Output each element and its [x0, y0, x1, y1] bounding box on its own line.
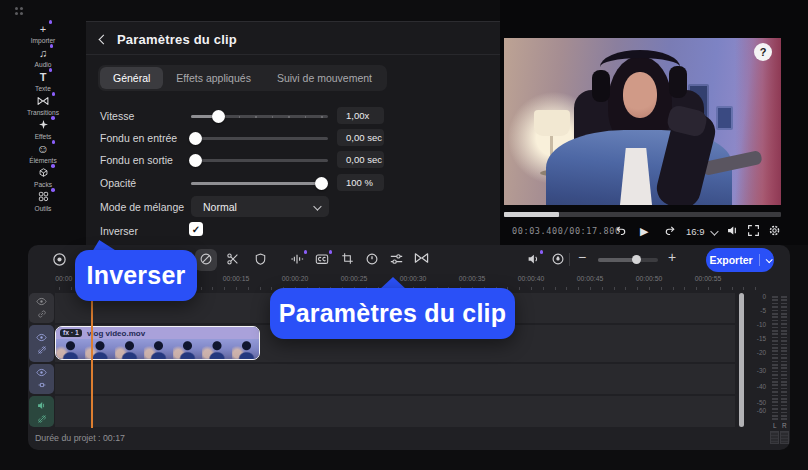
sidebar-item-packs[interactable]: Packs: [8, 166, 78, 190]
track-video2[interactable]: [55, 364, 735, 394]
gear-icon[interactable]: [768, 223, 781, 241]
aspect-ratio-select[interactable]: 16:9: [686, 226, 716, 237]
unlink-icon[interactable]: [37, 414, 47, 424]
fade-in-value[interactable]: 0,00 sec: [337, 129, 384, 146]
audio-note-icon: ♫: [39, 46, 47, 59]
meter-ticks-left: [772, 296, 778, 420]
sidebar-item-transitions[interactable]: Transitions: [8, 94, 78, 118]
opacity-value[interactable]: 100 %: [337, 174, 384, 191]
sidebar-item-importer[interactable]: + Importer: [8, 22, 78, 46]
tab-general[interactable]: Général: [100, 67, 163, 89]
slider-thumb[interactable]: [315, 177, 328, 190]
opacity-slider[interactable]: [191, 173, 328, 193]
slider-track[interactable]: [191, 159, 328, 162]
slider-track[interactable]: [191, 137, 328, 140]
clip-thumbnails: [56, 339, 259, 360]
clip-volume-icon[interactable]: [526, 252, 540, 266]
ruler-label: 00:00:40: [507, 275, 555, 282]
sidebar-item-elements[interactable]: ☺ Éléments: [8, 142, 78, 166]
unlink-icon[interactable]: [37, 345, 47, 355]
ruler-label: 00:00:20: [271, 275, 319, 282]
callout-text: Paramètres du clip: [279, 299, 506, 328]
sidebar-item-texte[interactable]: T Texte: [8, 70, 78, 94]
speed-value[interactable]: 1,00x: [337, 107, 384, 124]
disable-clip-icon[interactable]: [199, 252, 213, 266]
eye-icon[interactable]: [36, 333, 47, 342]
back-chevron-icon[interactable]: [99, 35, 109, 45]
crop-icon[interactable]: [341, 252, 354, 265]
notification-dot: [329, 250, 333, 254]
play-button[interactable]: ▶: [640, 225, 648, 238]
undo-icon[interactable]: [614, 223, 627, 241]
track-header-video[interactable]: [29, 325, 54, 362]
preview-panel: ? 00:03.400/00:17.800 ▶ 16:9: [500, 0, 808, 245]
sidebar-item-audio[interactable]: ♫ Audio: [8, 46, 78, 70]
help-button[interactable]: ?: [754, 43, 772, 61]
timeline-zoom-slider[interactable]: [598, 258, 658, 262]
transition-bowtie-icon[interactable]: [414, 252, 429, 264]
eye-icon[interactable]: [36, 368, 47, 377]
sidebar-item-outils[interactable]: Outils: [8, 190, 78, 214]
subtitles-cc-icon[interactable]: [315, 252, 329, 266]
clip-settings-panel: Paramètres du clip Général Effets appliq…: [86, 21, 500, 245]
row-label: Mode de mélange: [100, 201, 184, 213]
link-icon[interactable]: [37, 380, 47, 390]
track-header-video2[interactable]: [29, 364, 54, 394]
row-label: Inverser: [100, 225, 138, 237]
app-window: + Importer ♫ Audio T Texte Transitions E…: [0, 0, 808, 470]
app-menu-icon[interactable]: [15, 7, 18, 10]
clip-name: vlog video.mov: [87, 329, 145, 338]
track-audio[interactable]: [55, 396, 735, 427]
fullscreen-icon[interactable]: [747, 223, 760, 241]
row-fondu-entree: Fondu en entrée 0,00 sec: [100, 128, 486, 148]
zoom-in-icon[interactable]: +: [668, 249, 676, 265]
fade-out-value[interactable]: 0,00 sec: [337, 151, 384, 168]
reverse-checkbox[interactable]: ✓: [189, 222, 203, 236]
scissors-icon[interactable]: [226, 252, 240, 266]
zoom-fill: [598, 258, 634, 262]
speed-icon[interactable]: [365, 252, 379, 266]
volume-icon[interactable]: [726, 223, 739, 241]
slider-thumb[interactable]: [189, 154, 202, 167]
track-header-overlay[interactable]: [29, 293, 54, 323]
ruler-label: 00:00:15: [212, 275, 260, 282]
fade-in-slider[interactable]: [191, 128, 328, 148]
notification-dot: [540, 250, 544, 254]
eye-icon[interactable]: [36, 297, 47, 306]
color-adjust-icon[interactable]: [551, 252, 565, 266]
notification-dot: [51, 188, 55, 192]
fx-badge: fx · 1: [60, 329, 82, 338]
timeline-clip[interactable]: fx · 1 vlog video.mov: [55, 326, 260, 360]
audio-waveform-icon[interactable]: [290, 252, 304, 266]
speed-slider[interactable]: [191, 106, 328, 126]
sidebar-label: Outils: [35, 205, 52, 212]
zoom-thumb[interactable]: [632, 255, 641, 264]
sidebar-item-effets[interactable]: Effets: [8, 118, 78, 142]
record-target-icon[interactable]: [52, 252, 67, 267]
clip-settings-sliders-icon[interactable]: [389, 252, 404, 266]
slider-thumb[interactable]: [212, 110, 225, 123]
sidebar-label: Importer: [31, 37, 56, 44]
chevron-down-icon: [313, 202, 321, 210]
vertical-scrollbar[interactable]: [739, 293, 744, 427]
blend-mode-select[interactable]: Normal: [191, 196, 329, 217]
button-divider: [759, 254, 760, 266]
preview-progress-bar[interactable]: [504, 212, 781, 217]
shield-icon[interactable]: [254, 252, 267, 266]
tab-effets-appliques[interactable]: Effets appliqués: [163, 67, 264, 89]
zoom-out-icon[interactable]: −: [578, 249, 586, 265]
track-header-audio[interactable]: [29, 396, 54, 427]
blend-mode-value: Normal: [203, 201, 237, 213]
redo-icon[interactable]: [664, 223, 677, 241]
unlink-icon[interactable]: [37, 309, 47, 319]
meter-scale-label: -5: [750, 307, 766, 314]
speaker-icon[interactable]: [36, 400, 47, 411]
fade-out-slider[interactable]: [191, 150, 328, 170]
video-preview[interactable]: ?: [504, 38, 781, 205]
timecode: 00:03.400/00:17.800: [512, 226, 621, 236]
row-inverser: Inverser ✓: [100, 221, 486, 241]
tab-suivi-de-mouvement[interactable]: Suivi de mouvement: [264, 67, 385, 89]
slider-thumb[interactable]: [189, 132, 202, 145]
ruler-label: 00:00:35: [448, 275, 496, 282]
export-button[interactable]: Exporter: [706, 248, 774, 272]
